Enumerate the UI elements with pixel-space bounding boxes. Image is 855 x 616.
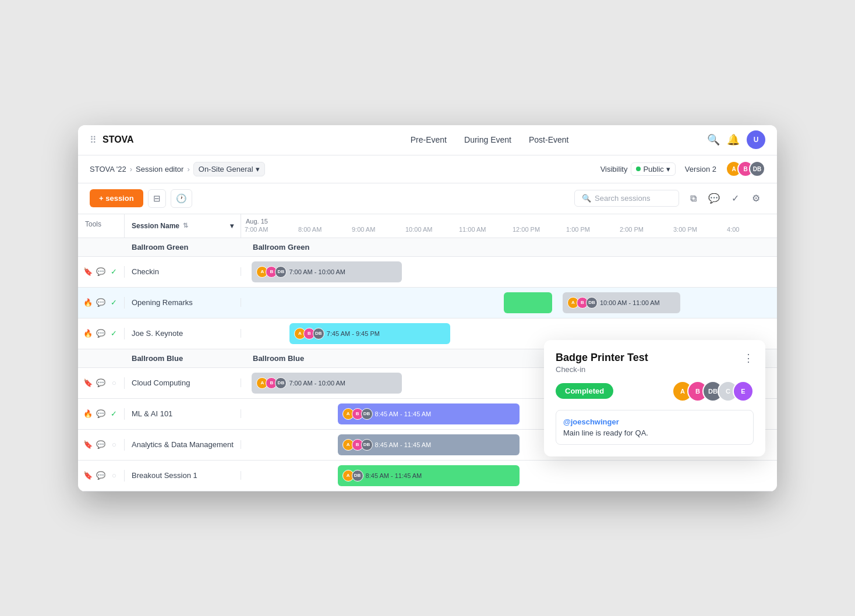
block-label-cloud: 7:00 AM - 10:00 AM xyxy=(289,380,345,387)
fire-btn-keynote[interactable]: 🔥 xyxy=(83,328,93,339)
popup-header: Badge Printer Test Check-in ⋮ xyxy=(556,352,754,374)
check-btn-ml[interactable]: ✓ xyxy=(109,408,119,420)
comment-handle: @joeschwinger xyxy=(563,417,746,426)
block-keynote[interactable]: A B DB 7:45 AM - 9:45 PM xyxy=(289,323,450,344)
row-tools-cloud: 🔖 💬 ○ xyxy=(78,377,125,389)
visibility-label: Visibility xyxy=(600,165,628,174)
fire-btn-opening[interactable]: 🔥 xyxy=(83,297,93,309)
breadcrumb-sep-2: › xyxy=(187,165,189,174)
mini-avatars-keynote: A B DB xyxy=(294,328,324,339)
breadcrumb-on-site[interactable]: On-Site General ▾ xyxy=(193,162,265,176)
room-ballroom-green-header: Ballroom Green Ballroom Green xyxy=(78,238,777,257)
bookmark-btn-breakout[interactable]: 🔖 xyxy=(83,470,93,482)
time-400: 4:00 xyxy=(723,226,777,233)
visibility-value: Public xyxy=(643,165,663,174)
completed-badge[interactable]: Completed xyxy=(556,383,613,399)
filter-button[interactable]: ⊟ xyxy=(148,189,166,208)
user-avatar[interactable]: U xyxy=(747,130,765,149)
chat-btn-analytics[interactable]: 💬 xyxy=(96,439,106,451)
block-cloud[interactable]: A B DB 7:00 AM - 10:00 AM xyxy=(252,373,402,394)
breadcrumb-stova[interactable]: STOVA '22 xyxy=(90,165,126,174)
drag-icon: ⠿ xyxy=(90,134,97,146)
session-row-opening: 🔥 💬 ✓ Opening Remarks A B DB 10:00 AM - … xyxy=(78,288,777,318)
col-session-name-header: Session Name ⇅ ▾ xyxy=(125,214,241,238)
timeline-checkin: A B DB 7:00 AM - 10:00 AM xyxy=(241,257,777,287)
chat-btn-breakout[interactable]: 💬 xyxy=(96,470,106,482)
comment-icon[interactable]: 💬 xyxy=(705,189,723,208)
nav-post-event[interactable]: Post-Event xyxy=(529,132,568,148)
bookmark-btn-checkin[interactable]: 🔖 xyxy=(83,266,93,278)
mini-av-odb: DB xyxy=(586,297,598,309)
add-session-button[interactable]: + session xyxy=(90,189,143,207)
check-btn-checkin[interactable]: ✓ xyxy=(109,266,119,278)
chat-btn-keynote[interactable]: 💬 xyxy=(96,328,106,339)
mini-avatars-cloud: A B DB xyxy=(256,377,287,389)
block-breakout[interactable]: A DB 8:45 AM - 11:45 AM xyxy=(338,465,520,486)
room-name-green: Ballroom Green xyxy=(132,243,248,252)
copy-icon[interactable]: ⧉ xyxy=(684,189,702,208)
chat-btn-checkin[interactable]: 💬 xyxy=(96,266,106,278)
search-icon[interactable]: 🔍 xyxy=(707,133,720,146)
history-button[interactable]: 🕐 xyxy=(171,189,192,208)
block-opening-main[interactable]: A B DB 10:00 AM - 11:00 AM xyxy=(563,292,680,313)
session-name-opening: Opening Remarks xyxy=(125,298,241,307)
session-name-breakout: Breakout Session 1 xyxy=(125,471,241,480)
time-300: 3:00 PM xyxy=(670,226,723,233)
mini-av-db: DB xyxy=(275,266,287,278)
mini-av-bdb: DB xyxy=(352,470,363,482)
breadcrumb-session-editor[interactable]: Session editor xyxy=(136,165,183,174)
check-circle-icon[interactable]: ✓ xyxy=(726,189,744,208)
check-btn-keynote[interactable]: ✓ xyxy=(109,328,119,339)
collaborator-avatars: A B DB xyxy=(726,161,765,177)
chat-btn-cloud[interactable]: 💬 xyxy=(96,377,106,389)
timeline-header: Aug. 15 7:00 AM 8:00 AM 9:00 AM 10:00 AM… xyxy=(241,214,777,238)
block-analytics[interactable]: A B DB 8:45 AM - 11:45 AM xyxy=(338,434,520,455)
filter-dropdown-icon[interactable]: ▾ xyxy=(230,222,234,230)
timeline-column: Aug. 15 7:00 AM 8:00 AM 9:00 AM 10:00 AM… xyxy=(241,214,777,238)
nav-pre-event[interactable]: Pre-Event xyxy=(411,132,447,148)
sort-icon[interactable]: ⇅ xyxy=(183,222,188,229)
session-name-label: Session Name xyxy=(132,222,179,230)
nav-during-event[interactable]: During Event xyxy=(464,132,511,148)
block-label-analytics: 8:45 AM - 11:45 AM xyxy=(375,441,432,448)
popup-menu-icon[interactable]: ⋮ xyxy=(743,352,754,364)
toolbar: + session ⊟ 🕐 🔍 Search sessions ⧉ 💬 ✓ ⚙ xyxy=(78,183,777,214)
check-btn-cloud[interactable]: ○ xyxy=(109,377,119,389)
visibility-dropdown[interactable]: Public ▾ xyxy=(631,162,675,176)
search-sessions-box[interactable]: 🔍 Search sessions xyxy=(574,190,679,207)
block-checkin[interactable]: A B DB 7:00 AM - 10:00 AM xyxy=(252,261,402,282)
room-tools-spacer-blue xyxy=(85,354,132,363)
session-name-checkin: Checkin xyxy=(125,267,241,276)
fire-btn-ml[interactable]: 🔥 xyxy=(83,408,93,420)
bookmark-btn-cloud[interactable]: 🔖 xyxy=(83,377,93,389)
block-opening-green[interactable] xyxy=(504,292,552,313)
col-tools-header: Tools xyxy=(78,214,125,238)
session-name-ml: ML & AI 101 xyxy=(125,409,241,418)
room-tl-green: Ballroom Green xyxy=(248,243,770,252)
check-btn-breakout[interactable]: ○ xyxy=(109,470,119,482)
breadcrumb-on-site-label: On-Site General xyxy=(199,165,253,174)
row-tools-analytics: 🔖 💬 ○ xyxy=(78,439,125,451)
block-label-opening: 10:00 AM - 11:00 AM xyxy=(600,299,660,306)
visibility-section: Visibility Public ▾ xyxy=(600,162,676,176)
row-tools-opening: 🔥 💬 ✓ xyxy=(78,297,125,309)
chat-btn-ml[interactable]: 💬 xyxy=(96,408,106,420)
settings-icon[interactable]: ⚙ xyxy=(747,189,765,208)
time-1100: 11:00 AM xyxy=(455,226,509,233)
check-btn-analytics[interactable]: ○ xyxy=(109,439,119,451)
clock-icon: 🕐 xyxy=(176,193,187,204)
check-btn-opening[interactable]: ✓ xyxy=(109,297,119,309)
bookmark-btn-analytics[interactable]: 🔖 xyxy=(83,439,93,451)
pop-av-5: E xyxy=(733,381,754,402)
time-700: 7:00 AM xyxy=(241,226,295,233)
timeline-times: 7:00 AM 8:00 AM 9:00 AM 10:00 AM 11:00 A… xyxy=(241,217,777,233)
top-nav: ⠿ STOVA Pre-Event During Event Post-Even… xyxy=(78,125,777,155)
grid-header: Tools Session Name ⇅ ▾ Aug. 15 7:00 AM 8… xyxy=(78,214,777,238)
block-ml[interactable]: A B DB 8:45 AM - 11:45 AM xyxy=(338,403,520,424)
collab-avatar-3: DB xyxy=(749,161,765,177)
chat-btn-opening[interactable]: 💬 xyxy=(96,297,106,309)
room-tools-spacer xyxy=(85,243,132,252)
bell-icon[interactable]: 🔔 xyxy=(727,133,740,146)
toolbar-action-icons: ⧉ 💬 ✓ ⚙ xyxy=(684,189,765,208)
popup-avatars: A B DB C E xyxy=(672,381,754,402)
